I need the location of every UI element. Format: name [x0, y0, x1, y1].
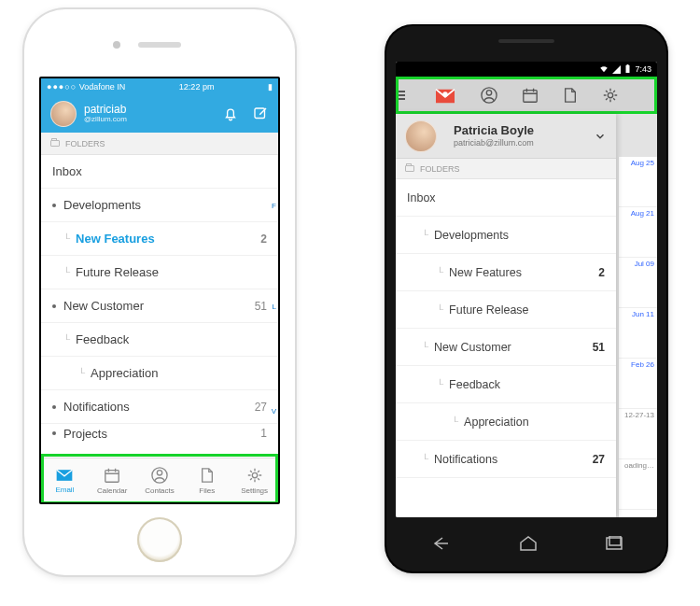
folder-row[interactable]: New Customer51 — [41, 289, 278, 323]
folder-label: Feedback — [76, 332, 129, 346]
contacts-icon[interactable] — [481, 87, 497, 104]
folder-row[interactable]: └Future Release — [41, 256, 278, 289]
svg-rect-10 — [524, 91, 537, 103]
folder-row[interactable]: Inbox — [41, 155, 278, 189]
svg-point-7 — [442, 92, 447, 96]
tab-settings[interactable]: Settings — [231, 458, 278, 502]
folder-label: Notifications — [434, 453, 497, 466]
folder-label: New Features — [449, 266, 522, 279]
mail-icon[interactable] — [434, 86, 456, 105]
folder-label: New Features — [76, 232, 155, 246]
folders-label: FOLDERS — [65, 139, 105, 148]
camera-dot — [113, 41, 120, 49]
tree-icon: └ — [78, 368, 85, 378]
drawer-user-header[interactable]: Patricia Boyle patriciab@zillum.com — [396, 114, 616, 159]
mail-date-peek: oading… — [619, 459, 657, 510]
folder-row[interactable]: └Future Release — [396, 291, 616, 329]
index-letter: L — [273, 303, 276, 311]
tab-files[interactable]: Files — [183, 458, 231, 502]
chevron-down-icon[interactable] — [594, 130, 607, 143]
ios-status-bar: ●●●○○ Vodafone IN 12:22 pm ▮ — [41, 78, 278, 95]
folder-label: Appreciation — [91, 366, 158, 380]
folder-icon — [405, 165, 414, 172]
svg-point-2 — [157, 470, 161, 474]
tab-email[interactable]: Email — [41, 458, 89, 502]
tab-calendar[interactable]: Calendar — [89, 458, 136, 502]
bullet-icon — [52, 204, 56, 207]
tree-icon: └ — [422, 454, 428, 464]
android-navbar — [396, 525, 657, 562]
android-toolbar — [396, 77, 657, 114]
folder-row[interactable]: └Appreciation — [396, 403, 616, 441]
folders-header: FOLDERS — [396, 159, 616, 179]
tab-contacts[interactable]: Contacts — [136, 458, 184, 502]
toolbar-icons — [401, 86, 651, 105]
bullet-icon — [52, 431, 56, 435]
hamburger-icon[interactable] — [396, 91, 405, 100]
folder-row[interactable]: Inbox — [396, 179, 616, 217]
folder-label: Future Release — [449, 303, 528, 317]
tree-icon: └ — [437, 379, 443, 389]
folders-label: FOLDERS — [420, 164, 460, 174]
folder-row[interactable]: └New Features2 — [396, 254, 616, 291]
folder-label: New Customer — [434, 341, 511, 354]
folder-row[interactable]: Projects1 — [41, 424, 278, 443]
compose-icon[interactable] — [252, 106, 269, 122]
folder-label: Appreciation — [464, 416, 529, 429]
folder-row[interactable]: └Developments — [396, 217, 616, 254]
android-drawer: Patricia Boyle patriciab@zillum.com FOLD… — [396, 114, 616, 517]
home-button[interactable] — [137, 517, 182, 562]
mail-list-peek: Aug 25Aug 21Jul 09Jun 11Feb 2612-27-13oa… — [618, 157, 657, 517]
tab-label: Files — [199, 486, 215, 495]
mail-date-peek: Aug 25 — [619, 157, 657, 207]
index-letter: F — [272, 202, 276, 210]
folder-row[interactable]: └New Customer51 — [396, 329, 616, 366]
ios-folder-list: InboxDevelopments└New Features2└Future R… — [41, 155, 278, 443]
android-status-bar: 7:43 — [396, 62, 657, 77]
files-icon[interactable] — [563, 87, 578, 104]
contacts-icon — [151, 467, 168, 484]
ios-tabbar: EmailCalendarContactsFilesSettings — [41, 458, 278, 502]
recent-icon[interactable] — [605, 536, 623, 551]
home-icon[interactable] — [518, 535, 539, 552]
tree-icon: └ — [437, 304, 443, 315]
folder-count: 1 — [260, 427, 267, 440]
folder-icon — [50, 140, 60, 147]
signal-icon — [612, 65, 621, 74]
mail-date-peek: Feb 26 — [619, 359, 657, 409]
settings-icon[interactable] — [602, 87, 619, 104]
user-name: Patricia Boyle — [454, 124, 534, 138]
folder-row[interactable]: └New Features2 — [41, 222, 278, 256]
android-folder-list: Inbox└Developments└New Features2└Future … — [396, 179, 616, 478]
svg-rect-5 — [626, 65, 630, 73]
files-icon — [200, 467, 215, 484]
calendar-icon[interactable] — [522, 87, 539, 104]
index-letter: V — [272, 407, 276, 416]
earpiece-slot — [498, 39, 554, 43]
folder-row[interactable]: └Feedback — [396, 366, 616, 403]
mail-icon — [55, 468, 74, 483]
folder-count: 2 — [260, 233, 267, 246]
user-email: patriciab@zillum.com — [454, 138, 534, 148]
tree-icon: └ — [422, 342, 428, 352]
folder-row[interactable]: Notifications27 — [41, 390, 278, 424]
folder-row[interactable]: └Feedback — [41, 323, 278, 357]
speaker-slot — [138, 42, 181, 48]
bell-icon[interactable] — [222, 106, 239, 122]
bullet-icon — [52, 405, 56, 409]
folder-label: New Customer — [63, 299, 144, 313]
mail-date-peek: Aug 21 — [619, 207, 657, 258]
folder-label: Developments — [434, 229, 509, 242]
folder-row[interactable]: └Appreciation — [41, 357, 278, 390]
tab-label: Email — [55, 486, 74, 494]
back-icon[interactable] — [429, 535, 452, 552]
folder-row[interactable]: └Notifications27 — [396, 441, 616, 478]
iphone-screen: ●●●○○ Vodafone IN 12:22 pm ▮ patriciab @… — [39, 77, 280, 504]
folder-label: Inbox — [407, 191, 436, 204]
folder-count: 27 — [255, 401, 267, 414]
avatar[interactable] — [50, 101, 77, 127]
tree-icon: └ — [452, 416, 458, 427]
folder-row[interactable]: Developments — [41, 189, 278, 222]
folder-count: 51 — [255, 300, 267, 313]
svg-point-11 — [608, 92, 612, 97]
